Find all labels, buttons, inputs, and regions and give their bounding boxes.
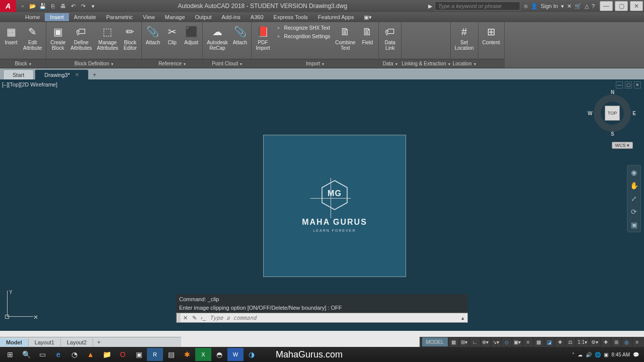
vp-maximize-icon[interactable]: ▢ — [625, 81, 632, 88]
ribbon-attach[interactable]: 📎Attach — [231, 24, 249, 46]
status-grid-icon[interactable]: ▦ — [448, 337, 458, 346]
menu-tab-manage[interactable]: Manage — [160, 13, 190, 21]
status-snap-icon[interactable]: ⊞▾ — [459, 337, 469, 346]
cmd-close-icon[interactable]: ✕ — [181, 313, 190, 322]
tb-chrome-icon[interactable]: ◔ — [66, 348, 83, 361]
qat-undo-icon[interactable]: ↶ — [68, 2, 77, 11]
search-go-icon[interactable]: ▶ — [426, 2, 435, 11]
tb-ie-icon[interactable]: e — [50, 348, 66, 361]
ribbon-create-block[interactable]: ▣CreateBlock — [48, 24, 67, 52]
viewcube-e[interactable]: E — [632, 111, 636, 116]
tray-clock[interactable]: 8:45 AM — [611, 352, 630, 357]
file-tab-drawing3[interactable]: Drawing3*✕ — [35, 69, 89, 79]
ribbon-block-editor[interactable]: ✏BlockEditor — [121, 24, 139, 52]
file-tab-start[interactable]: Start — [3, 69, 34, 79]
status-transparency-icon[interactable]: ▦ — [533, 337, 543, 346]
menu-tab-express-tools[interactable]: Express Tools — [269, 13, 313, 21]
start-button[interactable]: ⊞ — [2, 348, 18, 361]
drawing-area[interactable]: [–][Top][2D Wireframe] — ▢ ✕ TOP N S E W… — [0, 79, 644, 331]
ribbon-autodesk-recap[interactable]: ☁AutodeskReCap — [205, 24, 230, 52]
tb-search-icon[interactable]: 🔍 — [18, 348, 34, 361]
help-icon[interactable]: ? — [592, 3, 595, 9]
cmd-expand-icon[interactable]: ▴ — [458, 313, 467, 322]
tb-taskview-icon[interactable]: ▭ — [34, 348, 50, 361]
command-input[interactable] — [208, 315, 458, 321]
status-ws-icon[interactable]: ⊞ — [611, 337, 621, 346]
tray-net-icon[interactable]: 🌐 — [595, 352, 601, 357]
panel-label[interactable]: Data — [379, 59, 401, 68]
panel-label[interactable]: Location — [451, 59, 478, 68]
ribbon-recognize-shx-text[interactable]: ▫Recognize SHX Text — [273, 24, 333, 32]
panel-label[interactable] — [478, 59, 504, 68]
panel-label[interactable]: Block Definition — [46, 59, 141, 68]
tray-cloud-icon[interactable]: ☁ — [578, 352, 583, 357]
tab-close-icon[interactable]: ✕ — [75, 72, 79, 77]
tb-explorer-icon[interactable]: 📁 — [99, 348, 115, 361]
nav-showmotion-icon[interactable]: ▣ — [631, 221, 637, 229]
layout-tab-layout2[interactable]: Layout2 — [61, 338, 93, 346]
status-lineweight-icon[interactable]: ≡ — [523, 337, 533, 346]
file-tab-add[interactable]: + — [90, 70, 100, 79]
cart-icon[interactable]: 🛒 — [575, 3, 582, 10]
ribbon-field[interactable]: 🗎Field — [358, 24, 376, 46]
infocenter-icon[interactable]: ⎋ — [524, 3, 528, 9]
ribbon-data-link[interactable]: 🏷DataLink — [381, 24, 399, 52]
tb-store-icon[interactable]: ▤ — [163, 348, 179, 361]
search-input[interactable]: Type a keyword or phrase — [435, 2, 520, 11]
menu-tab-annotate[interactable]: Annotate — [69, 13, 101, 21]
layout-add[interactable]: + — [93, 339, 105, 346]
cmd-grip-icon[interactable] — [177, 313, 181, 322]
tb-app1-icon[interactable]: ▣ — [131, 348, 147, 361]
ribbon-manage-attributes[interactable]: ⬚ManageAttributes — [95, 24, 120, 52]
qat-more-icon[interactable]: ▾ — [89, 2, 98, 11]
ribbon-content[interactable]: ⊞Content — [480, 24, 502, 46]
nav-zoom-icon[interactable]: ⤢ — [631, 195, 637, 203]
menu-tab-output[interactable]: Output — [190, 13, 217, 21]
qat-saveas-icon[interactable]: ⎘ — [48, 2, 57, 11]
tray-volume-icon[interactable]: 🔊 — [586, 352, 592, 357]
status-plus-icon[interactable]: ✚ — [600, 337, 610, 346]
viewcube-top[interactable]: TOP — [605, 106, 620, 121]
ribbon-state-icon[interactable]: ▣▾ — [359, 13, 377, 22]
attached-image[interactable]: MG MAHA GURUS LEARN FOREVER — [263, 135, 406, 277]
panel-label[interactable]: Block — [0, 59, 46, 68]
signin-drop-icon[interactable]: ▾ — [561, 3, 564, 10]
tb-app4-icon[interactable]: ◑ — [244, 348, 260, 361]
menu-tab-featured-apps[interactable]: Featured Apps — [313, 13, 359, 21]
qat-redo-icon[interactable]: ↷ — [78, 2, 88, 11]
command-line[interactable]: ✕ ✎ ›_ ▴ — [176, 313, 468, 323]
user-icon[interactable]: 👤 — [531, 3, 538, 10]
status-isodraft-icon[interactable]: ↘▾ — [491, 337, 501, 346]
a360-icon[interactable]: △ — [585, 3, 589, 10]
menu-tab-insert[interactable]: Insert — [45, 13, 69, 21]
nav-orbit-icon[interactable]: ⟳ — [631, 208, 637, 216]
status-model[interactable]: MODEL — [422, 337, 448, 346]
status-annoscale-icon[interactable]: ⚖ — [565, 337, 575, 346]
tb-vlc-icon[interactable]: ▲ — [83, 348, 99, 361]
vp-minimize-icon[interactable]: — — [616, 81, 623, 88]
viewcube-w[interactable]: W — [588, 111, 592, 116]
qat-save-icon[interactable]: 💾 — [38, 2, 47, 11]
ribbon-insert[interactable]: ▦Insert — [2, 24, 20, 46]
tb-revit-icon[interactable]: R — [147, 348, 163, 361]
maximize-button[interactable]: ▢ — [615, 1, 628, 11]
status-custom-icon[interactable]: ≡ — [632, 337, 642, 346]
minimize-button[interactable]: — — [600, 1, 613, 11]
ribbon-recognition-settings[interactable]: ▫Recognition Settings — [273, 32, 333, 40]
signin-button[interactable]: Sign In — [541, 3, 558, 9]
status-annomonitor-icon[interactable]: ✚ — [554, 337, 565, 346]
nav-wheel-icon[interactable]: ◉ — [631, 168, 637, 176]
ribbon-pdf-import[interactable]: 📕PDFImport — [254, 24, 272, 52]
menu-tab-add-ins[interactable]: Add-ins — [217, 13, 246, 21]
menu-tab-parametric[interactable]: Parametric — [101, 13, 138, 21]
viewport-label[interactable]: [–][Top][2D Wireframe] — [2, 81, 57, 87]
qat-open-icon[interactable]: 📂 — [28, 2, 37, 11]
panel-label[interactable]: Point Cloud — [203, 59, 251, 68]
tb-app3-icon[interactable]: ◓ — [211, 348, 227, 361]
ribbon-define-attributes[interactable]: 🏷DefineAttributes — [68, 24, 94, 52]
nav-pan-icon[interactable]: ✋ — [630, 182, 638, 190]
layout-tab-model[interactable]: Model — [0, 338, 29, 346]
status-osnap-icon[interactable]: ◇ — [501, 337, 511, 346]
tb-excel-icon[interactable]: X — [195, 348, 211, 361]
cmd-recent-icon[interactable]: ✎ — [190, 313, 199, 322]
